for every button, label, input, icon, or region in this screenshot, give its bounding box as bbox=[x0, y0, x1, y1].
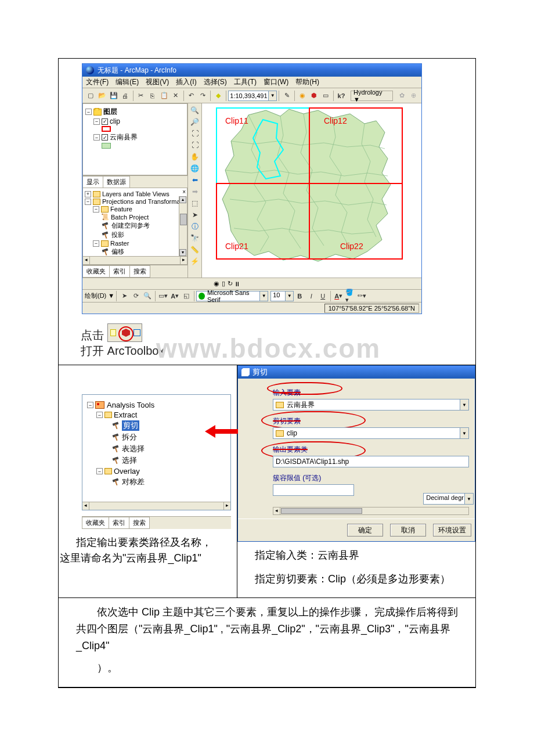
clip-tool[interactable]: 剪切 bbox=[122, 420, 139, 431]
find-icon[interactable]: 🔭 bbox=[190, 233, 200, 243]
tolerance-field[interactable] bbox=[273, 484, 354, 496]
editor-icon[interactable]: ✎ bbox=[282, 91, 292, 101]
zoom-in-icon[interactable]: 🔍 bbox=[190, 105, 200, 116]
italic-icon[interactable]: I bbox=[306, 291, 316, 301]
prev-extent-icon[interactable]: ⬅ bbox=[190, 175, 200, 185]
pause-icon[interactable]: ⏸ bbox=[234, 280, 240, 287]
menu-select[interactable]: 选择(S) bbox=[204, 77, 227, 87]
tb-offset[interactable]: 偏移 bbox=[111, 247, 124, 256]
dropdown-icon[interactable]: ▼ bbox=[460, 399, 469, 411]
layer-clip[interactable]: clip bbox=[110, 117, 120, 125]
refresh-icon[interactable]: ↻ bbox=[228, 280, 233, 287]
menu-bar[interactable]: 文件(F) 编辑(E) 视图(V) 插入(I) 选择(S) 工具(T) 窗口(W… bbox=[82, 77, 421, 88]
menu-view[interactable]: 视图(V) bbox=[146, 77, 169, 87]
rect-icon[interactable]: ▭▾ bbox=[158, 291, 168, 301]
underline-icon[interactable]: U bbox=[317, 291, 328, 301]
open-icon[interactable]: 📂 bbox=[97, 91, 107, 101]
line-color-icon[interactable]: ✏▾ bbox=[356, 291, 367, 301]
new-icon[interactable]: ▢ bbox=[85, 91, 96, 101]
collapse-icon[interactable]: − bbox=[93, 118, 100, 125]
cancel-button[interactable]: 取消 bbox=[390, 524, 426, 537]
menu-help[interactable]: 帮助(H) bbox=[295, 77, 319, 87]
collapse-icon[interactable]: − bbox=[85, 199, 91, 205]
clip-symbol[interactable] bbox=[102, 126, 111, 132]
menu-edit[interactable]: 编辑(E) bbox=[116, 77, 139, 87]
print-icon[interactable]: 🖨 bbox=[120, 91, 131, 101]
scroll-thumb[interactable] bbox=[180, 214, 187, 225]
collapse-icon[interactable]: − bbox=[96, 412, 103, 418]
title-bar[interactable]: 无标题 - ArcMap - ArcInfo bbox=[82, 64, 421, 77]
select-tool[interactable]: 选择 bbox=[122, 455, 137, 466]
copy-icon[interactable]: ⎘ bbox=[147, 91, 158, 101]
menu-insert[interactable]: 插入(I) bbox=[176, 77, 196, 87]
split-tool[interactable]: 拆分 bbox=[122, 432, 137, 442]
font-select[interactable]: Microsoft Sans Serif bbox=[207, 289, 258, 303]
layer-yunnan[interactable]: 云南县界 bbox=[110, 132, 138, 142]
env-button[interactable]: 环境设置 bbox=[433, 524, 471, 537]
fixed-zoom-in-icon[interactable]: ⛶ bbox=[190, 128, 200, 139]
callout-icon[interactable]: ◱ bbox=[181, 291, 192, 301]
fill-color-icon[interactable]: 🪣▾ bbox=[345, 291, 355, 301]
toc-root[interactable]: 图层 bbox=[103, 107, 117, 117]
extract-toolset[interactable]: Extract bbox=[114, 411, 137, 419]
measure-icon[interactable]: 📏 bbox=[190, 244, 200, 255]
undo-icon[interactable]: ↶ bbox=[186, 91, 197, 101]
tool2-icon[interactable]: ⊕ bbox=[408, 91, 418, 101]
fixed-zoom-out-icon[interactable]: ⛶ bbox=[190, 140, 200, 150]
layout-view-icon[interactable]: ▯ bbox=[222, 280, 225, 287]
add-data-icon[interactable]: ◆ bbox=[213, 91, 223, 101]
tb-feature[interactable]: Feature bbox=[110, 206, 132, 213]
select-elements-icon[interactable]: ➤ bbox=[190, 210, 200, 220]
unit-select[interactable]: Decimal degr▼ bbox=[423, 493, 474, 505]
zoom-out-icon[interactable]: 🔎 bbox=[190, 117, 200, 127]
cmd-icon[interactable]: ▭ bbox=[320, 91, 331, 101]
input-features-field[interactable]: 云南县界▼ bbox=[273, 399, 469, 411]
hyperlink-icon[interactable]: ⚡ bbox=[190, 256, 200, 267]
h-scrollbar[interactable]: ◂▸ bbox=[83, 256, 187, 264]
collapse-icon[interactable]: − bbox=[85, 109, 92, 115]
collapse-icon[interactable]: − bbox=[96, 468, 103, 474]
dialog-titlebar[interactable]: 剪切 bbox=[238, 366, 475, 379]
paste-icon[interactable]: 📋 bbox=[159, 91, 169, 101]
yunnan-symbol[interactable] bbox=[102, 143, 111, 149]
collapse-icon[interactable]: − bbox=[87, 402, 93, 408]
tb-create-sr[interactable]: 创建空间参考 bbox=[111, 221, 150, 230]
scrollbar[interactable]: ▴▾ bbox=[179, 196, 187, 256]
fontsize-input[interactable]: 10 bbox=[270, 291, 286, 301]
table-select-tool[interactable]: 表选择 bbox=[122, 444, 145, 454]
scroll-thumb[interactable] bbox=[281, 508, 362, 514]
layer-checkbox[interactable]: ✓ bbox=[102, 134, 108, 141]
tool-icon[interactable]: ✿ bbox=[396, 91, 407, 101]
draw-dropdown[interactable]: 绘制(D) ▼ bbox=[85, 291, 114, 300]
whatsthis-icon[interactable]: k? bbox=[336, 91, 347, 101]
save-icon[interactable]: 💾 bbox=[109, 91, 119, 101]
font-color-icon[interactable]: A▾ bbox=[333, 291, 344, 301]
delete-icon[interactable]: ✕ bbox=[171, 91, 181, 101]
toc-tab-display[interactable]: 显示 bbox=[82, 176, 103, 188]
ok-button[interactable]: 确定 bbox=[347, 524, 383, 537]
tab-index[interactable]: 索引 bbox=[109, 517, 129, 529]
tab-search[interactable]: 搜索 bbox=[129, 517, 150, 529]
dropdown-icon[interactable]: ▼ bbox=[464, 493, 474, 505]
expand-icon[interactable]: + bbox=[85, 191, 91, 197]
tab-search[interactable]: 搜索 bbox=[129, 265, 150, 278]
dropdown-icon[interactable]: ▼ bbox=[460, 427, 469, 439]
tab-index[interactable]: 索引 bbox=[109, 265, 130, 278]
layer-checkbox[interactable]: ✓ bbox=[102, 118, 108, 125]
redo-icon[interactable]: ↷ bbox=[197, 91, 208, 101]
data-view-icon[interactable]: ◉ bbox=[214, 280, 219, 287]
menu-tools[interactable]: 工具(T) bbox=[234, 77, 257, 87]
rotate-icon[interactable]: ⟳ bbox=[131, 291, 141, 301]
tb-raster[interactable]: Raster bbox=[110, 240, 129, 247]
fontsize-dropdown[interactable]: ▼ bbox=[286, 291, 294, 301]
hydrology-dropdown[interactable]: Hydrology ▼ bbox=[351, 91, 393, 101]
symdiff-tool[interactable]: 对称差 bbox=[122, 477, 145, 487]
analysis-tools[interactable]: Analysis Tools bbox=[107, 401, 154, 409]
close-icon[interactable]: × bbox=[182, 189, 186, 195]
toc-tab-source[interactable]: 数据源 bbox=[103, 176, 130, 188]
arccatalog-icon[interactable]: ◉ bbox=[297, 91, 308, 101]
font-dropdown[interactable]: ▼ bbox=[260, 291, 268, 301]
collapse-icon[interactable]: − bbox=[93, 206, 99, 213]
bold-icon[interactable]: B bbox=[294, 291, 305, 301]
tb-layers-views[interactable]: Layers and Table Views bbox=[102, 190, 169, 197]
